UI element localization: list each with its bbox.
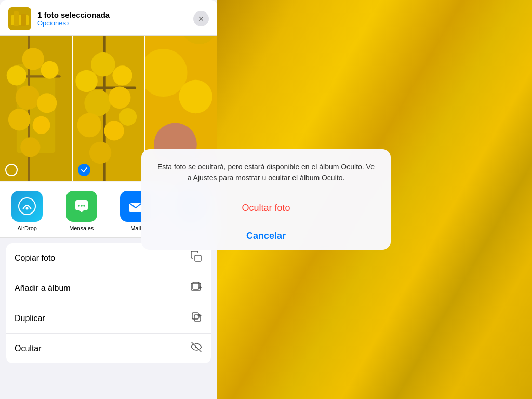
share-options-link[interactable]: Opciones › — [37, 19, 187, 27]
svg-point-26 — [119, 108, 137, 126]
photo-bg-1 — [0, 36, 72, 181]
airdrop-icon-bg — [11, 191, 43, 222]
action-add-album[interactable]: Añadir a álbum — [6, 273, 211, 303]
eye-off-icon — [190, 341, 203, 356]
action-duplicate-label: Duplicar — [15, 314, 45, 323]
svg-point-27 — [89, 142, 111, 164]
action-hide[interactable]: Ocultar — [6, 334, 211, 363]
mail-label: Mail — [130, 225, 141, 231]
svg-point-37 — [26, 207, 29, 210]
svg-point-24 — [77, 113, 101, 137]
share-title-block: 1 foto seleccionada Opciones › — [37, 10, 187, 27]
close-icon: ✕ — [198, 15, 204, 23]
svg-point-19 — [75, 70, 97, 92]
alert-dialog: Esta foto se ocultará, pero estará dispo… — [141, 149, 391, 250]
svg-point-23 — [109, 87, 130, 109]
action-hide-label: Ocultar — [15, 344, 42, 353]
app-icon-messages[interactable]: Mensajes — [55, 191, 109, 231]
svg-point-22 — [84, 90, 111, 116]
svg-point-13 — [8, 109, 30, 130]
alert-message: Esta foto se ocultará, pero estará dispo… — [141, 149, 391, 194]
svg-point-21 — [112, 65, 132, 85]
svg-point-36 — [19, 198, 35, 215]
share-thumbnail — [8, 7, 31, 30]
messages-icon-bg — [66, 191, 97, 222]
svg-point-38 — [78, 205, 80, 207]
action-duplicate[interactable]: Duplicar — [6, 303, 211, 334]
svg-point-10 — [41, 61, 59, 79]
svg-rect-42 — [195, 255, 201, 261]
svg-point-39 — [81, 205, 83, 207]
airdrop-label: AirDrop — [18, 225, 37, 231]
photo-item-1[interactable] — [0, 36, 72, 181]
svg-rect-2 — [14, 11, 19, 26]
copy-icon — [190, 250, 203, 265]
action-list: Copiar foto Añadir a álbum D — [6, 243, 211, 363]
options-label: Opciones — [37, 19, 66, 27]
alert-cancel-button[interactable]: Cancelar — [141, 222, 391, 250]
photo-badge-1 — [5, 164, 18, 176]
add-album-icon — [190, 281, 203, 296]
duplicate-icon — [190, 311, 203, 326]
messages-label: Mensajes — [69, 225, 94, 231]
action-copy-label: Copiar foto — [15, 254, 55, 263]
alert-hide-button[interactable]: Ocultar foto — [141, 194, 391, 222]
share-title: 1 foto seleccionada — [37, 10, 187, 19]
share-header: 1 foto seleccionada Opciones › ✕ — [0, 0, 217, 36]
svg-point-14 — [33, 116, 50, 134]
messages-icon — [72, 197, 91, 216]
svg-point-20 — [91, 52, 115, 77]
close-button[interactable]: ✕ — [193, 11, 209, 26]
svg-point-8 — [7, 65, 26, 85]
svg-point-32 — [179, 80, 212, 113]
photo-bg-2 — [73, 36, 144, 181]
svg-point-12 — [37, 93, 57, 113]
action-add-album-label: Añadir a álbum — [15, 284, 71, 293]
app-icon-airdrop[interactable]: AirDrop — [0, 191, 55, 231]
photo-item-2[interactable] — [73, 36, 144, 181]
svg-point-11 — [16, 85, 40, 110]
svg-rect-48 — [192, 313, 198, 319]
svg-point-15 — [20, 137, 40, 157]
airdrop-icon — [18, 197, 36, 216]
svg-point-9 — [22, 48, 44, 70]
svg-point-40 — [83, 205, 85, 207]
svg-point-25 — [104, 121, 124, 140]
options-chevron-icon: › — [67, 19, 69, 27]
photo-badge-2 — [78, 164, 90, 176]
svg-rect-3 — [21, 14, 26, 26]
